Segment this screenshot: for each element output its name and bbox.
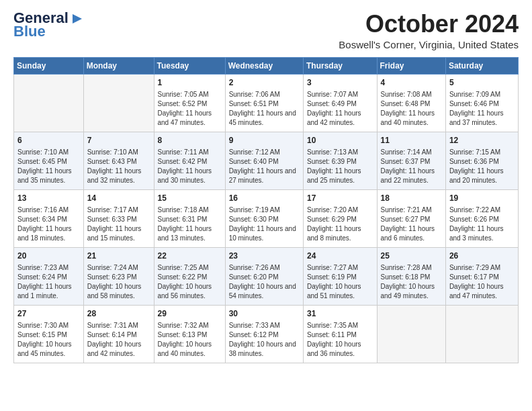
table-row	[445, 305, 518, 363]
day-number: 19	[449, 193, 515, 204]
day-number: 5	[449, 77, 515, 89]
day-number: 14	[87, 193, 150, 204]
day-number: 9	[229, 135, 300, 146]
day-info: Sunrise: 7:12 AMSunset: 6:40 PMDaylight:…	[229, 148, 300, 185]
day-info: Sunrise: 7:28 AMSunset: 6:18 PMDaylight:…	[381, 263, 442, 301]
svg-marker-0	[73, 14, 82, 24]
day-info: Sunrise: 7:14 AMSunset: 6:37 PMDaylight:…	[381, 148, 442, 185]
logo-arrow-icon	[71, 13, 83, 25]
weekday-header-row: Sunday Monday Tuesday Wednesday Thursday…	[14, 57, 519, 74]
table-row: 6Sunrise: 7:10 AMSunset: 6:45 PMDaylight…	[14, 132, 84, 189]
day-info: Sunrise: 7:13 AMSunset: 6:39 PMDaylight:…	[307, 148, 373, 185]
day-info: Sunrise: 7:30 AMSunset: 6:15 PMDaylight:…	[17, 321, 80, 359]
table-row: 22Sunrise: 7:25 AMSunset: 6:22 PMDayligh…	[154, 247, 225, 305]
day-info: Sunrise: 7:26 AMSunset: 6:20 PMDaylight:…	[229, 263, 300, 301]
day-number: 12	[449, 135, 515, 146]
table-row	[14, 74, 84, 132]
logo-blue-text: Blue	[13, 24, 46, 39]
day-number: 24	[307, 250, 373, 262]
header-tuesday: Tuesday	[154, 57, 225, 74]
day-number: 15	[158, 193, 222, 204]
day-info: Sunrise: 7:06 AMSunset: 6:51 PMDaylight:…	[229, 90, 300, 128]
table-row: 2Sunrise: 7:06 AMSunset: 6:51 PMDaylight…	[225, 74, 303, 132]
day-number: 6	[17, 135, 80, 146]
table-row: 27Sunrise: 7:30 AMSunset: 6:15 PMDayligh…	[14, 305, 84, 363]
calendar-week-row: 13Sunrise: 7:16 AMSunset: 6:34 PMDayligh…	[14, 189, 519, 247]
day-number: 30	[229, 308, 300, 320]
day-number: 2	[229, 77, 300, 89]
table-row: 29Sunrise: 7:32 AMSunset: 6:13 PMDayligh…	[154, 305, 225, 363]
table-row: 30Sunrise: 7:33 AMSunset: 6:12 PMDayligh…	[225, 305, 303, 363]
header: General Blue October 2024 Boswell's Corn…	[13, 11, 519, 50]
day-info: Sunrise: 7:35 AMSunset: 6:11 PMDaylight:…	[307, 321, 373, 359]
day-info: Sunrise: 7:33 AMSunset: 6:12 PMDaylight:…	[229, 321, 300, 359]
table-row: 24Sunrise: 7:27 AMSunset: 6:19 PMDayligh…	[303, 247, 377, 305]
table-row: 15Sunrise: 7:18 AMSunset: 6:31 PMDayligh…	[154, 189, 225, 247]
day-number: 8	[158, 135, 222, 146]
table-row: 31Sunrise: 7:35 AMSunset: 6:11 PMDayligh…	[303, 305, 377, 363]
table-row: 8Sunrise: 7:11 AMSunset: 6:42 PMDaylight…	[154, 132, 225, 189]
day-number: 22	[158, 250, 222, 262]
day-info: Sunrise: 7:25 AMSunset: 6:22 PMDaylight:…	[158, 263, 222, 301]
table-row: 9Sunrise: 7:12 AMSunset: 6:40 PMDaylight…	[225, 132, 303, 189]
table-row: 16Sunrise: 7:19 AMSunset: 6:30 PMDayligh…	[225, 189, 303, 247]
table-row: 18Sunrise: 7:21 AMSunset: 6:27 PMDayligh…	[377, 189, 445, 247]
day-number: 7	[87, 135, 150, 146]
table-row	[83, 74, 154, 132]
day-number: 13	[17, 193, 80, 204]
day-info: Sunrise: 7:23 AMSunset: 6:24 PMDaylight:…	[17, 263, 80, 301]
table-row: 4Sunrise: 7:08 AMSunset: 6:48 PMDaylight…	[377, 74, 445, 132]
day-number: 4	[381, 77, 442, 89]
day-number: 3	[307, 77, 373, 89]
day-number: 29	[158, 308, 222, 320]
day-number: 1	[158, 77, 222, 89]
table-row: 25Sunrise: 7:28 AMSunset: 6:18 PMDayligh…	[377, 247, 445, 305]
day-number: 11	[381, 135, 442, 146]
day-info: Sunrise: 7:11 AMSunset: 6:42 PMDaylight:…	[158, 148, 222, 185]
day-info: Sunrise: 7:16 AMSunset: 6:34 PMDaylight:…	[17, 205, 80, 243]
title-block: October 2024 Boswell's Corner, Virginia,…	[339, 11, 519, 50]
table-row: 19Sunrise: 7:22 AMSunset: 6:26 PMDayligh…	[445, 189, 518, 247]
header-monday: Monday	[83, 57, 154, 74]
table-row: 17Sunrise: 7:20 AMSunset: 6:29 PMDayligh…	[303, 189, 377, 247]
table-row	[377, 305, 445, 363]
day-info: Sunrise: 7:08 AMSunset: 6:48 PMDaylight:…	[381, 90, 442, 128]
day-number: 26	[449, 250, 515, 262]
table-row: 1Sunrise: 7:05 AMSunset: 6:52 PMDaylight…	[154, 74, 225, 132]
day-info: Sunrise: 7:17 AMSunset: 6:33 PMDaylight:…	[87, 205, 150, 243]
day-info: Sunrise: 7:10 AMSunset: 6:43 PMDaylight:…	[87, 148, 150, 185]
table-row: 21Sunrise: 7:24 AMSunset: 6:23 PMDayligh…	[83, 247, 154, 305]
table-row: 10Sunrise: 7:13 AMSunset: 6:39 PMDayligh…	[303, 132, 377, 189]
day-info: Sunrise: 7:15 AMSunset: 6:36 PMDaylight:…	[449, 148, 515, 185]
month-title: October 2024	[339, 11, 519, 38]
table-row: 5Sunrise: 7:09 AMSunset: 6:46 PMDaylight…	[445, 74, 518, 132]
header-friday: Friday	[377, 57, 445, 74]
day-info: Sunrise: 7:05 AMSunset: 6:52 PMDaylight:…	[158, 90, 222, 128]
day-number: 16	[229, 193, 300, 204]
day-info: Sunrise: 7:20 AMSunset: 6:29 PMDaylight:…	[307, 205, 373, 243]
day-number: 17	[307, 193, 373, 204]
calendar-table: Sunday Monday Tuesday Wednesday Thursday…	[13, 57, 519, 363]
calendar-week-row: 6Sunrise: 7:10 AMSunset: 6:45 PMDaylight…	[14, 132, 519, 189]
day-info: Sunrise: 7:18 AMSunset: 6:31 PMDaylight:…	[158, 205, 222, 243]
table-row: 20Sunrise: 7:23 AMSunset: 6:24 PMDayligh…	[14, 247, 84, 305]
logo: General Blue	[13, 11, 83, 39]
table-row: 11Sunrise: 7:14 AMSunset: 6:37 PMDayligh…	[377, 132, 445, 189]
day-number: 28	[87, 308, 150, 320]
day-number: 27	[17, 308, 80, 320]
day-info: Sunrise: 7:32 AMSunset: 6:13 PMDaylight:…	[158, 321, 222, 359]
day-number: 31	[307, 308, 373, 320]
day-info: Sunrise: 7:21 AMSunset: 6:27 PMDaylight:…	[381, 205, 442, 243]
header-thursday: Thursday	[303, 57, 377, 74]
calendar-week-row: 20Sunrise: 7:23 AMSunset: 6:24 PMDayligh…	[14, 247, 519, 305]
day-number: 25	[381, 250, 442, 262]
table-row: 7Sunrise: 7:10 AMSunset: 6:43 PMDaylight…	[83, 132, 154, 189]
header-saturday: Saturday	[445, 57, 518, 74]
day-info: Sunrise: 7:31 AMSunset: 6:14 PMDaylight:…	[87, 321, 150, 359]
day-number: 21	[87, 250, 150, 262]
table-row: 28Sunrise: 7:31 AMSunset: 6:14 PMDayligh…	[83, 305, 154, 363]
day-info: Sunrise: 7:29 AMSunset: 6:17 PMDaylight:…	[449, 263, 515, 301]
day-info: Sunrise: 7:10 AMSunset: 6:45 PMDaylight:…	[17, 148, 80, 185]
day-number: 20	[17, 250, 80, 262]
calendar-week-row: 27Sunrise: 7:30 AMSunset: 6:15 PMDayligh…	[14, 305, 519, 363]
